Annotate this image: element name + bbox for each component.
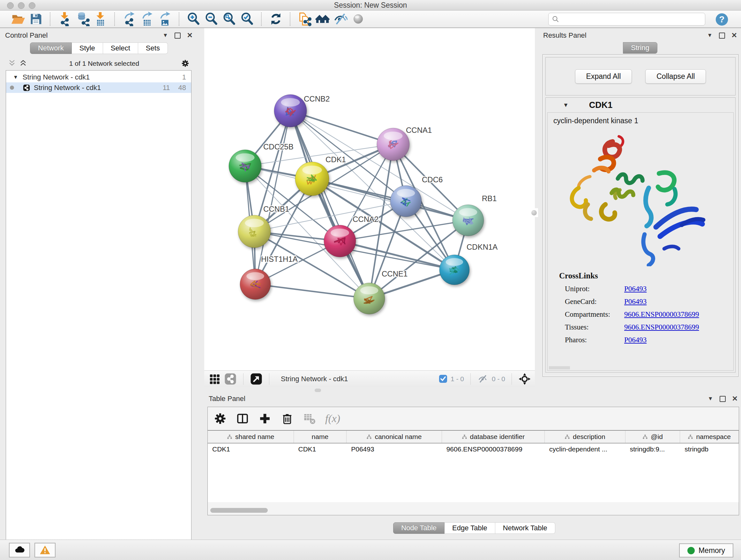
panel-float-icon[interactable] [719, 33, 725, 39]
export-table-icon[interactable] [138, 11, 156, 27]
tab-network-table[interactable]: Network Table [495, 522, 555, 534]
panel-menu-icon[interactable]: ▼ [707, 32, 713, 39]
network-node-RB1[interactable] [453, 205, 484, 236]
network-node-HIST1H1A[interactable] [240, 269, 271, 300]
gene-section-header[interactable]: ▼ CDK1 [546, 98, 735, 112]
network-node-CDKN1A[interactable] [440, 255, 469, 285]
column-header-canonical-name[interactable]: canonical name [347, 431, 442, 443]
network-edge-CCNB2-CCNE1[interactable] [290, 111, 369, 299]
network-node-CDC25B[interactable] [229, 150, 261, 182]
network-edge-HIST1H1A-CCNE1[interactable] [255, 284, 369, 299]
add-column-icon[interactable] [258, 412, 272, 425]
node-table[interactable]: shared namenamecanonical namedatabase id… [208, 430, 739, 502]
panel-menu-icon[interactable]: ▼ [163, 32, 168, 39]
crosslink-link[interactable]: P06493 [624, 285, 647, 293]
network-canvas[interactable]: CCNB2CCNA1CDC25BCDK1CDC6RB1CCNB1CCNA2CDK… [204, 28, 535, 370]
column-header-description[interactable]: description [545, 431, 625, 443]
expand-all-icon[interactable] [19, 59, 27, 68]
duplicate-network-icon[interactable] [295, 11, 313, 27]
crosslink-link[interactable]: P06493 [624, 336, 647, 344]
table-cell[interactable]: 9606.ENSP00000378699 [442, 443, 545, 455]
table-horizontal-scrollbar[interactable] [210, 508, 268, 513]
import-table-file-icon[interactable] [91, 11, 109, 27]
network-node-CCNB1[interactable] [238, 215, 271, 248]
search-field[interactable] [548, 13, 705, 25]
search-input[interactable] [559, 15, 705, 23]
column-header-id[interactable]: @id [625, 431, 680, 443]
column-header-shared-name[interactable]: shared name [208, 431, 294, 443]
crosslink-link[interactable]: 9606.ENSP00000378699 [624, 310, 699, 319]
table-cell[interactable]: CDK1 [208, 443, 294, 455]
column-header-namespace[interactable]: namespace [680, 431, 739, 443]
column-header-name[interactable]: name [294, 431, 347, 443]
column-header-database-identifier[interactable]: database identifier [442, 431, 545, 443]
birdseye-view-icon[interactable] [518, 373, 531, 385]
import-network-file-icon[interactable] [56, 11, 73, 27]
collapse-all-icon[interactable] [8, 59, 16, 68]
panel-menu-icon[interactable]: ▼ [708, 395, 713, 402]
refresh-view-icon[interactable] [267, 11, 285, 27]
zoom-fit-icon[interactable] [220, 11, 238, 27]
splitter-handle[interactable] [530, 208, 538, 217]
table-cell[interactable]: stringdb [680, 443, 739, 455]
table-cell[interactable]: CDK1 [294, 443, 347, 455]
splitter-handle-horizontal[interactable] [315, 388, 321, 392]
open-in-new-window-icon[interactable] [250, 373, 263, 385]
panel-close-icon[interactable]: ✕ [732, 395, 738, 403]
network-node-CCNE1[interactable] [354, 283, 385, 314]
tab-network[interactable]: Network [30, 43, 72, 54]
expand-all-button[interactable]: Expand All [575, 69, 632, 84]
open-file-icon[interactable] [9, 11, 27, 27]
zoom-out-icon[interactable] [202, 11, 220, 27]
tab-select[interactable]: Select [103, 43, 138, 54]
table-cell[interactable]: stringdb:9... [625, 443, 680, 455]
collapse-all-button[interactable]: Collapse All [645, 69, 706, 84]
export-network-icon[interactable] [120, 11, 138, 27]
tab-style[interactable]: Style [72, 43, 103, 54]
save-session-icon[interactable] [27, 11, 45, 27]
zoom-window-button[interactable] [29, 2, 36, 9]
warning-status-button[interactable] [35, 543, 56, 557]
crosslink-link[interactable]: P06493 [624, 298, 647, 306]
grid-view-icon[interactable] [208, 373, 221, 385]
zoom-in-icon[interactable] [185, 11, 202, 27]
memory-button[interactable]: Memory [679, 543, 733, 557]
network-collection-row[interactable]: ▼ String Network - cdk1 1 [6, 72, 191, 82]
crosslinks-scrollbar[interactable] [549, 366, 570, 369]
panel-float-icon[interactable] [720, 396, 726, 402]
tab-sets[interactable]: Sets [138, 43, 168, 54]
table-row[interactable]: CDK1CDK1P064939606.ENSP00000378699cyclin… [208, 443, 739, 455]
zoom-selected-icon[interactable] [238, 11, 256, 27]
minimize-window-button[interactable] [18, 2, 24, 9]
close-window-button[interactable] [7, 2, 14, 9]
tab-node-table[interactable]: Node Table [393, 522, 445, 534]
panel-float-icon[interactable] [175, 33, 181, 39]
help-button[interactable]: ? [715, 12, 729, 26]
network-node-CCNA2[interactable] [324, 225, 356, 257]
network-options-gear-icon[interactable] [181, 59, 190, 68]
table-cell[interactable]: cyclin-dependent ... [545, 443, 625, 455]
table-cell[interactable]: P06493 [347, 443, 442, 455]
network-edge-CDK1-RB1[interactable] [312, 179, 468, 220]
tree-expander-icon[interactable]: ▼ [13, 74, 18, 80]
import-network-database-icon[interactable] [73, 11, 91, 27]
string-share-icon[interactable] [224, 373, 237, 385]
tab-string[interactable]: String [623, 42, 657, 54]
panel-close-icon[interactable]: ✕ [187, 31, 193, 40]
delete-column-icon[interactable] [280, 412, 294, 425]
first-neighbors-icon[interactable] [313, 11, 331, 27]
network-node-CDK1[interactable] [295, 162, 329, 196]
hide-selected-icon[interactable] [331, 11, 349, 27]
section-expander-icon[interactable]: ▼ [563, 102, 569, 109]
export-image-icon[interactable] [156, 11, 174, 27]
network-node-CCNB2[interactable] [274, 95, 307, 127]
panel-close-icon[interactable]: ✕ [731, 31, 737, 40]
crosslink-link[interactable]: 9606.ENSP00000378699 [624, 323, 699, 331]
selected-checkbox-icon[interactable] [439, 374, 448, 383]
split-columns-icon[interactable] [236, 412, 249, 425]
show-all-icon[interactable] [349, 11, 367, 27]
network-node-CCNA1[interactable] [377, 128, 409, 161]
network-node-CDC6[interactable] [390, 186, 421, 217]
hidden-elements-eye-icon[interactable] [477, 373, 488, 385]
tab-edge-table[interactable]: Edge Table [445, 522, 495, 534]
